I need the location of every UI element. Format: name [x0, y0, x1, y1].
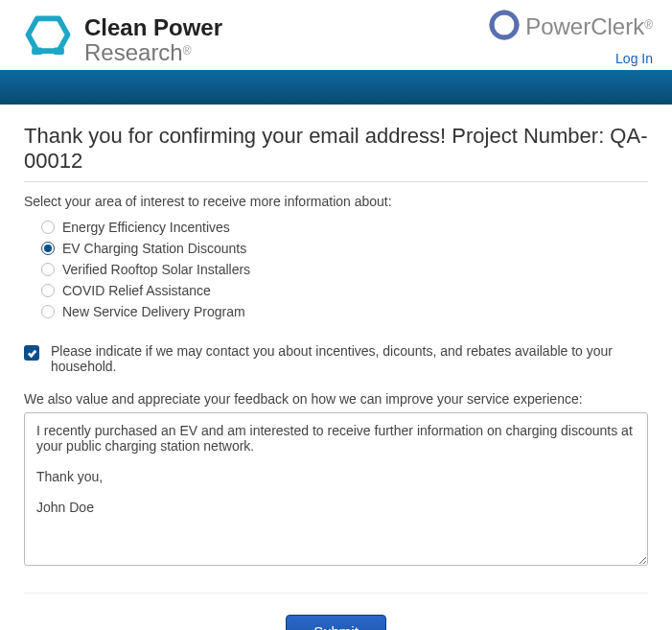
radio-icon — [41, 305, 55, 318]
contact-checkbox-row: Please indicate if we may contact you ab… — [24, 343, 648, 374]
main-content: Thank you for confirming your email addr… — [0, 105, 672, 630]
radio-icon — [41, 242, 55, 255]
interest-option-label: New Service Delivery Program — [62, 304, 245, 319]
radio-icon — [41, 284, 55, 297]
contact-checkbox-label: Please indicate if we may contact you ab… — [51, 343, 648, 374]
interest-option[interactable]: Energy Efficiency Incentives — [41, 217, 648, 238]
logo-powerclerk-block: PowerClerk® Log In — [489, 10, 653, 66]
contact-checkbox[interactable] — [24, 345, 39, 361]
interest-option[interactable]: New Service Delivery Program — [41, 301, 648, 322]
interest-option[interactable]: EV Charging Station Discounts — [41, 238, 648, 259]
logo-clean-power-research: Clean Power Research® — [19, 10, 222, 70]
radio-icon — [41, 221, 55, 234]
interest-option-label: Energy Efficiency Incentives — [62, 220, 230, 235]
feedback-label: We also value and appreciate your feedba… — [24, 391, 648, 407]
nav-bar — [0, 70, 672, 105]
registered-mark: ® — [644, 18, 653, 32]
interest-option-label: Verified Rooftop Solar Installers — [62, 262, 250, 277]
page-title: Thank you for confirming your email addr… — [24, 124, 648, 182]
interest-label: Select your area of interest to receive … — [24, 194, 648, 209]
svg-rect-1 — [54, 47, 64, 55]
feedback-textarea[interactable] — [24, 412, 648, 566]
interest-option-label: EV Charging Station Discounts — [62, 241, 246, 256]
logo-text-line1: Clean Power — [84, 15, 222, 39]
logo-text-line2: Research — [84, 39, 183, 65]
interest-option[interactable]: Verified Rooftop Solar Installers — [41, 259, 648, 280]
powerclerk-icon — [489, 10, 520, 43]
header: Clean Power Research® PowerClerk® Log In — [0, 0, 672, 70]
radio-icon — [41, 263, 55, 276]
interest-radio-group: Energy Efficiency IncentivesEV Charging … — [41, 217, 648, 322]
login-link[interactable]: Log In — [615, 51, 653, 66]
interest-option-label: COVID Relief Assistance — [62, 283, 211, 298]
submit-button[interactable]: Submit — [286, 615, 386, 630]
recycle-plug-icon — [19, 10, 77, 70]
powerclerk-text: PowerClerk — [525, 13, 644, 39]
interest-option[interactable]: COVID Relief Assistance — [41, 280, 648, 301]
svg-rect-0 — [32, 47, 42, 55]
registered-mark: ® — [183, 44, 192, 58]
